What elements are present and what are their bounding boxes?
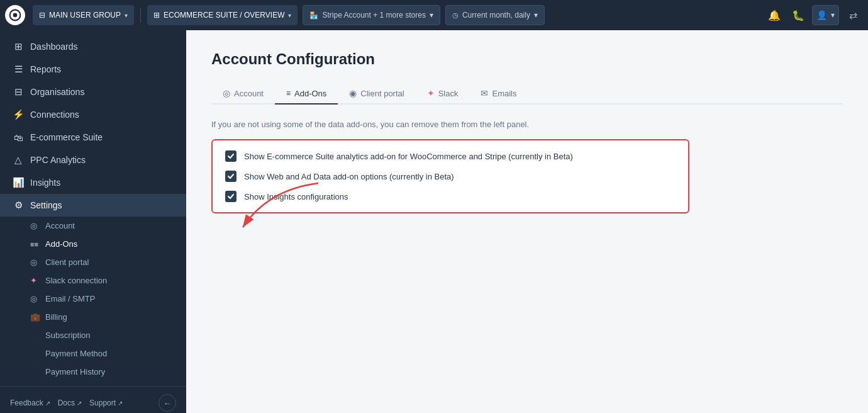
suite-chevron-icon: ▾ bbox=[288, 12, 291, 19]
client-portal-sub-icon: ◎ bbox=[30, 257, 40, 267]
feedback-link[interactable]: Feedback ↗ bbox=[10, 399, 50, 407]
addons-tab-icon: ≡ bbox=[286, 89, 291, 98]
ecommerce-icon: 🛍 bbox=[13, 132, 24, 143]
tab-emails[interactable]: ✉ Emails bbox=[469, 83, 528, 105]
main-content: Account Configuration ◎ Account ≡ Add-On… bbox=[186, 30, 868, 413]
organisations-icon: ⊟ bbox=[13, 86, 24, 98]
account-sub-icon: ◎ bbox=[30, 221, 40, 230]
insights-addon-checkbox[interactable] bbox=[225, 191, 236, 202]
sidebar-nav: ⊞ Dashboards ☰ Reports ⊟ Organisations ⚡… bbox=[0, 30, 186, 386]
divider bbox=[140, 8, 141, 23]
topbar-right: 🔔 🐛 👤 ▾ ⇄ bbox=[764, 5, 863, 25]
addons-sub-icon: ≡≡ bbox=[30, 240, 40, 248]
reports-icon: ☰ bbox=[13, 64, 24, 75]
insights-icon: 📊 bbox=[13, 177, 24, 188]
sidebar-item-settings[interactable]: ⚙ Settings bbox=[0, 194, 186, 217]
avatar-chevron-icon: ▾ bbox=[831, 11, 835, 20]
date-chevron-icon: ▾ bbox=[534, 11, 538, 20]
topbar: ⊟ MAIN USER GROUP ▾ ⊞ ECOMMERCE SUITE / … bbox=[0, 0, 868, 30]
addon-row-ecommerce: Show E-commerce Suite analytics add-on f… bbox=[225, 150, 676, 162]
slack-tab-icon: ✦ bbox=[427, 88, 435, 98]
tab-slack[interactable]: ✦ Slack bbox=[416, 83, 470, 105]
sidebar-item-organisations[interactable]: ⊟ Organisations bbox=[0, 81, 186, 103]
insights-addon-label: Show Insights configurations bbox=[244, 192, 348, 201]
settings-submenu: ◎ Account ≡≡ Add-Ons ◎ Client portal ✦ S… bbox=[0, 217, 186, 381]
sidebar-item-ecommerce[interactable]: 🛍 E-commerce Suite bbox=[0, 126, 186, 149]
external-link-icon: ↗ bbox=[45, 400, 50, 407]
slack-sub-icon: ✦ bbox=[30, 276, 40, 285]
billing-submenu: Subscription Payment Method Payment Hist… bbox=[30, 326, 186, 381]
sidebar: ⊞ Dashboards ☰ Reports ⊟ Organisations ⚡… bbox=[0, 30, 186, 413]
store-selector[interactable]: 🏪 Stripe Account + 1 more stores ▾ bbox=[303, 5, 440, 25]
store-chevron-icon: ▾ bbox=[430, 11, 433, 20]
sidebar-item-ppc[interactable]: △ PPC Analytics bbox=[0, 149, 186, 171]
sidebar-sub-account[interactable]: ◎ Account bbox=[30, 217, 186, 235]
ppc-icon: △ bbox=[13, 154, 24, 166]
app-logo bbox=[5, 5, 25, 25]
sidebar-item-reports[interactable]: ☰ Reports bbox=[0, 58, 186, 81]
addon-row-web-ad: Show Web and Ad Data add-on options (cur… bbox=[225, 171, 676, 182]
emails-tab-icon: ✉ bbox=[481, 88, 488, 98]
ecommerce-addon-label: Show E-commerce Suite analytics add-on f… bbox=[244, 152, 573, 161]
sidebar-item-insights[interactable]: 📊 Insights bbox=[0, 171, 186, 194]
client-portal-tab-icon: ◉ bbox=[349, 88, 357, 98]
suite-selector[interactable]: ⊞ ECOMMERCE SUITE / OVERVIEW ▾ bbox=[147, 5, 298, 25]
ecommerce-addon-checkbox[interactable] bbox=[225, 150, 236, 162]
web-ad-addon-label: Show Web and Ad Data add-on options (cur… bbox=[244, 172, 454, 181]
group-selector[interactable]: ⊟ MAIN USER GROUP ▾ bbox=[33, 5, 134, 25]
docs-link[interactable]: Docs ↗ bbox=[58, 399, 82, 407]
date-selector[interactable]: ◷ Current month, daily ▾ bbox=[445, 5, 545, 25]
sidebar-item-connections[interactable]: ⚡ Connections bbox=[0, 103, 186, 126]
sidebar-sub-billing[interactable]: 💼 Billing bbox=[30, 308, 186, 326]
tab-client-portal[interactable]: ◉ Client portal bbox=[338, 83, 415, 105]
settings-icon: ⚙ bbox=[13, 200, 24, 211]
bug-icon[interactable]: 🐛 bbox=[788, 5, 808, 25]
bell-icon[interactable]: 🔔 bbox=[764, 5, 784, 25]
sidebar-footer: Feedback ↗ Docs ↗ Support ↗ ← bbox=[0, 386, 186, 413]
connections-icon: ⚡ bbox=[13, 109, 24, 120]
support-external-icon: ↗ bbox=[118, 400, 123, 407]
email-sub-icon: ◎ bbox=[30, 294, 40, 303]
share-icon[interactable]: ⇄ bbox=[843, 5, 863, 25]
avatar-btn[interactable]: 👤 ▾ bbox=[812, 5, 839, 25]
sidebar-sub-subscription[interactable]: Subscription bbox=[45, 326, 186, 344]
tabs: ◎ Account ≡ Add-Ons ◉ Client portal ✦ Sl… bbox=[211, 83, 843, 105]
sidebar-sub-payment-method[interactable]: Payment Method bbox=[45, 344, 186, 363]
sidebar-sub-slack[interactable]: ✦ Slack connection bbox=[30, 271, 186, 290]
back-button[interactable]: ← bbox=[159, 394, 176, 412]
web-ad-addon-checkbox[interactable] bbox=[225, 171, 236, 182]
content-description: If you are not using some of the data ad… bbox=[211, 120, 843, 129]
tab-addons[interactable]: ≡ Add-Ons bbox=[275, 83, 338, 105]
sidebar-sub-payment-history[interactable]: Payment History bbox=[45, 363, 186, 381]
svg-point-1 bbox=[13, 13, 18, 18]
group-chevron-icon: ▾ bbox=[125, 12, 128, 19]
dashboards-icon: ⊞ bbox=[13, 41, 24, 52]
page-title: Account Configuration bbox=[211, 50, 843, 68]
addon-row-insights: Show Insights configurations bbox=[225, 191, 676, 202]
support-link[interactable]: Support ↗ bbox=[89, 399, 123, 407]
sidebar-sub-client-portal[interactable]: ◎ Client portal bbox=[30, 253, 186, 271]
billing-sub-icon: 💼 bbox=[30, 312, 40, 322]
sidebar-sub-email[interactable]: ◎ Email / SMTP bbox=[30, 290, 186, 308]
account-tab-icon: ◎ bbox=[223, 88, 230, 98]
addons-box: Show E-commerce Suite analytics add-on f… bbox=[211, 139, 689, 213]
tab-account[interactable]: ◎ Account bbox=[211, 83, 275, 105]
sidebar-sub-addons[interactable]: ≡≡ Add-Ons bbox=[30, 235, 186, 253]
docs-external-icon: ↗ bbox=[77, 400, 82, 407]
sidebar-item-dashboards[interactable]: ⊞ Dashboards bbox=[0, 35, 186, 58]
